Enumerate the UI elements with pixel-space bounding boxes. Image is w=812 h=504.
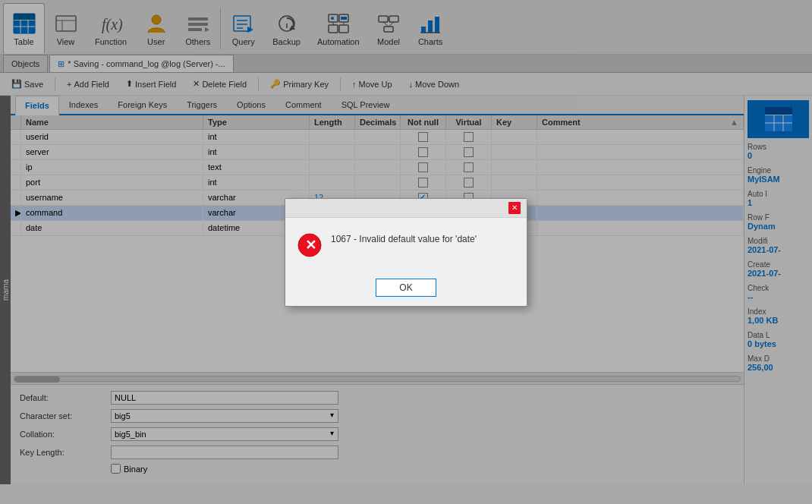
modal-body: ✕ 1067 - Invalid default value for 'date… — [285, 218, 527, 272]
modal-footer: OK — [285, 272, 527, 306]
svg-text:✕: ✕ — [305, 238, 316, 253]
modal-error-icon: ✕ — [297, 233, 322, 257]
modal-dialog: ✕ ✕ 1067 - Invalid default value for 'da… — [285, 198, 527, 307]
modal-titlebar: ✕ — [285, 199, 527, 218]
modal-overlay[interactable]: ✕ ✕ 1067 - Invalid default value for 'da… — [0, 0, 812, 504]
modal-close-button[interactable]: ✕ — [508, 202, 521, 214]
modal-message: 1067 - Invalid default value for 'date' — [331, 233, 477, 246]
modal-ok-button[interactable]: OK — [376, 279, 436, 297]
